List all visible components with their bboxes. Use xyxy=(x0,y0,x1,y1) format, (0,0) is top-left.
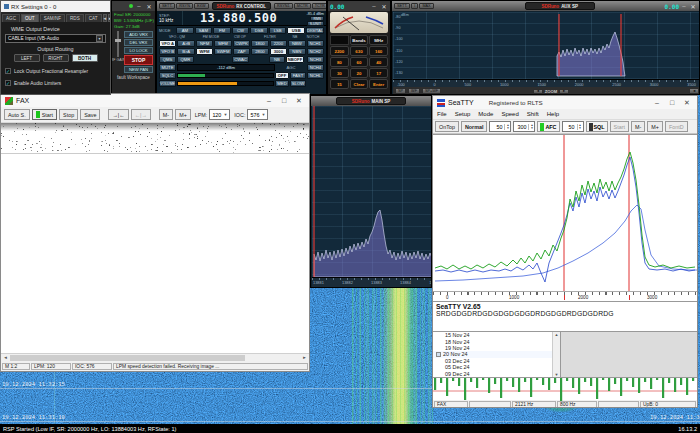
checkbox-checked-icon[interactable]: ✓ xyxy=(5,80,11,86)
band-key[interactable]: 630 xyxy=(350,46,369,56)
mode-button[interactable]: FM xyxy=(213,27,231,34)
control-button[interactable]: 3000 xyxy=(270,48,287,55)
output-device-select[interactable]: CABLE Input (VB-Audio ▾ xyxy=(5,34,106,43)
close-icon[interactable]: ✕ xyxy=(145,3,153,10)
settings-tab[interactable]: RDS xyxy=(66,14,84,22)
band-key[interactable]: 15 xyxy=(330,79,349,89)
titlebar-button[interactable]: TCTR xyxy=(312,3,327,9)
sync-out-button[interactable]: ←|→ xyxy=(131,109,151,120)
control-button[interactable]: MFM xyxy=(214,40,231,47)
zoom-in-icon[interactable]: ► xyxy=(559,89,569,94)
titlebar-button[interactable]: EXW xyxy=(194,3,209,9)
start-button[interactable]: Start xyxy=(32,109,57,120)
sync-in-button[interactable]: →|← xyxy=(108,109,128,120)
speed-spinner[interactable]: 50 ▲▼ xyxy=(489,121,511,132)
log-date-list[interactable]: 15 Nov 24 18 Nov 24 19 Nov 24 20 Nov 24 … xyxy=(433,332,561,377)
mode-button[interactable]: DIGITAL xyxy=(306,27,324,34)
maximize-icon[interactable]: □ xyxy=(278,97,290,104)
slider-handle[interactable] xyxy=(115,39,121,42)
notch4-button[interactable]: NCH4 xyxy=(307,64,324,71)
band-key[interactable]: 160 xyxy=(369,46,388,56)
menu-item[interactable]: Help xyxy=(547,111,559,117)
volume-button[interactable]: VOLUME xyxy=(159,80,176,87)
agc-slow-button[interactable]: SLOW xyxy=(290,80,306,87)
titlebar-button[interactable]: RSYN xyxy=(176,3,193,9)
shift-right-button[interactable]: M+ xyxy=(175,109,191,120)
close-icon[interactable]: ✕ xyxy=(681,99,693,107)
close-icon[interactable]: ✕ xyxy=(293,97,305,105)
scrollbar-thumb[interactable] xyxy=(10,355,245,361)
control-button[interactable]: ZAP xyxy=(233,48,250,55)
spinner-arrows-icon[interactable]: ▲▼ xyxy=(528,124,534,130)
mhz-button[interactable]: MHz xyxy=(369,35,388,45)
mode-button[interactable]: SAM xyxy=(195,27,213,34)
band-key[interactable]: Clear xyxy=(350,79,369,89)
checkbox-checked-icon[interactable]: ✓ xyxy=(5,68,11,74)
ioc-select[interactable]: 576▼ xyxy=(247,109,268,120)
spinner-arrows-icon[interactable]: ▲▼ xyxy=(577,124,583,130)
squelch-button[interactable]: SQLC xyxy=(159,72,176,79)
spinner-arrows-icon[interactable]: ▲▼ xyxy=(504,124,510,130)
control-button[interactable]: 1800 xyxy=(251,40,268,47)
control-button[interactable]: 2200 xyxy=(270,40,287,47)
agc-med-button[interactable]: MED xyxy=(275,80,289,87)
menu-item[interactable]: Speed xyxy=(501,111,518,117)
qms-button[interactable]: QMS xyxy=(159,56,176,63)
squelch-spinner[interactable]: 50 ▲▼ xyxy=(562,121,584,132)
titlebar-button[interactable]: MCTR xyxy=(294,3,311,9)
zoom-out-icon[interactable]: ◄ xyxy=(533,89,543,94)
display-mode-button[interactable]: WF xyxy=(408,88,420,94)
titlebar-button[interactable]: SETT. xyxy=(159,3,175,9)
close-icon[interactable]: ✕ xyxy=(689,3,697,10)
tab-scroll-right-icon[interactable]: ▸ xyxy=(108,14,111,22)
scroll-left-icon[interactable]: ◄ xyxy=(689,88,699,94)
display-mode-button[interactable]: SP xyxy=(395,88,406,94)
band-key[interactable]: 80 xyxy=(330,57,349,67)
audio-spectrum-display[interactable]: dBm -80-90-100-110-120-130 xyxy=(393,12,700,79)
squelch-slider[interactable] xyxy=(177,73,274,78)
band-key[interactable]: 30 xyxy=(330,68,349,78)
nb-button[interactable]: NB xyxy=(269,56,285,63)
control-button[interactable]: SWFM xyxy=(214,48,231,55)
main-panel-titlebar[interactable]: – ✕ xyxy=(112,1,155,11)
maximize-icon[interactable]: □ xyxy=(666,99,678,106)
font-button[interactable]: FontD xyxy=(665,121,688,132)
frequency-display[interactable]: 13.880.500 xyxy=(183,11,294,25)
stop-button[interactable]: Stop xyxy=(59,109,78,120)
band-panel-titlebar[interactable]: 0.00 – ✕ xyxy=(328,1,390,11)
agc-off-button[interactable]: OFF xyxy=(275,72,289,79)
mode-button[interactable]: USB xyxy=(287,27,305,34)
control-button[interactable]: NBW xyxy=(288,40,305,47)
rf-gain-slider[interactable]: RF GAIN xyxy=(114,31,122,73)
notch3-button[interactable]: NCH3 xyxy=(307,56,324,63)
new-pan-button[interactable]: NEW PAN xyxy=(124,66,153,73)
mode-button[interactable]: CW xyxy=(232,27,250,34)
band-key[interactable]: 40 xyxy=(369,57,388,67)
rx-control-titlebar[interactable]: SETT.RSYNEXW SDRuno RX CONTROL RSYN1MCTR… xyxy=(157,1,326,11)
rx-settings-titlebar[interactable]: RX Settings 0 - 0 xyxy=(1,1,110,12)
control-button[interactable]: WFM xyxy=(196,48,213,55)
band-key[interactable]: Enter xyxy=(369,79,388,89)
control-button[interactable]: A>B xyxy=(177,40,194,47)
afc-toggle[interactable]: AFC xyxy=(537,121,559,132)
tab-scroll-left-icon[interactable]: ◂ xyxy=(103,14,108,22)
band-key[interactable]: 60 xyxy=(350,57,369,67)
scroll-left-icon[interactable]: ◄ xyxy=(1,354,10,362)
vrx-button[interactable]: DEL VRX xyxy=(124,39,153,46)
lpm-select[interactable]: 120▼ xyxy=(209,109,230,120)
vrx-button[interactable]: LO LOCK xyxy=(124,47,153,54)
menu-item[interactable]: Mode xyxy=(478,111,493,117)
log-file-panel[interactable] xyxy=(561,332,697,377)
seatty-titlebar[interactable]: SeaTTY Registered to RLTS – □ ✕ xyxy=(433,96,697,109)
close-icon[interactable]: ✕ xyxy=(380,3,388,10)
titlebar-button[interactable]: SETT. xyxy=(394,3,410,9)
mute-button[interactable]: MUTE xyxy=(159,64,176,71)
mode-button[interactable]: DSB xyxy=(250,27,268,34)
audio-limiters-row[interactable]: ✓ Enable Audio Limiters xyxy=(5,80,106,86)
shift-spinner[interactable]: 300 ▲▼ xyxy=(513,121,535,132)
fax-titlebar[interactable]: FAX – □ ✕ xyxy=(1,94,309,107)
settings-tab[interactable]: AGC xyxy=(2,14,20,22)
display-mode-button[interactable]: SP+WF xyxy=(422,88,441,94)
stop-button[interactable]: STOP xyxy=(124,55,153,65)
titlebar-button[interactable]: MAX xyxy=(419,3,433,9)
